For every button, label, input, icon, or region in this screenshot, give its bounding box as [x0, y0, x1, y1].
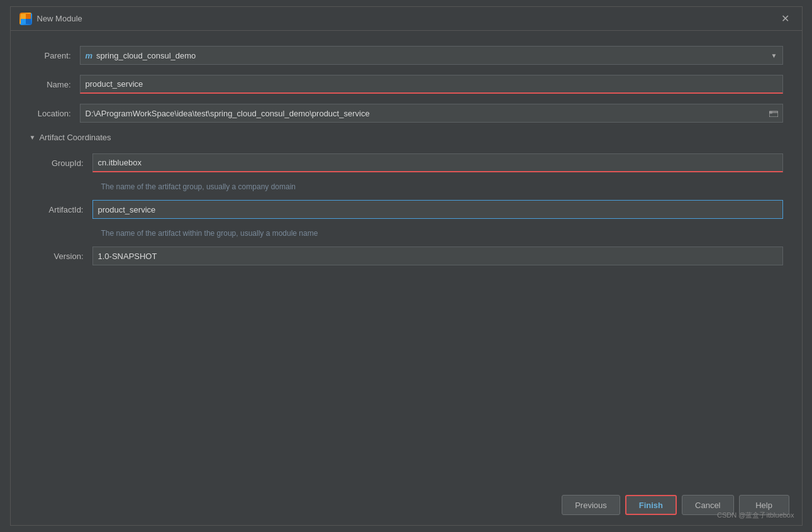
parent-dropdown[interactable]: m spring_cloud_consul_demo ▼ — [80, 46, 783, 65]
new-module-dialog: New Module ✕ Parent: m spring_cloud_cons… — [10, 6, 803, 526]
dialog-footer: Previous Finish Cancel Help — [11, 487, 802, 525]
svg-rect-3 — [26, 19, 31, 24]
version-row: Version: — [42, 247, 783, 265]
group-id-label: GroupId: — [42, 158, 92, 168]
name-label: Name: — [30, 80, 80, 89]
svg-rect-1 — [26, 14, 31, 19]
parent-label: Parent: — [30, 51, 80, 60]
dropdown-arrow-icon: ▼ — [771, 52, 777, 59]
artifact-id-label: ArtifactId: — [42, 205, 92, 214]
browse-button[interactable] — [765, 104, 783, 123]
artifact-id-hint: The name of the artifact within the grou… — [101, 229, 783, 238]
artifact-id-row: ArtifactId: — [42, 200, 783, 219]
location-row: Location: — [30, 104, 783, 123]
parent-value: spring_cloud_consul_demo — [96, 51, 771, 60]
artifact-section-content: GroupId: The name of the artifact group,… — [30, 153, 783, 265]
location-label: Location: — [30, 109, 80, 118]
name-row: Name: — [30, 75, 783, 94]
version-label: Version: — [42, 252, 92, 261]
app-icon — [19, 13, 32, 25]
version-input[interactable] — [92, 247, 783, 265]
collapse-triangle-icon: ▼ — [30, 134, 36, 141]
close-button[interactable]: ✕ — [778, 11, 793, 26]
title-bar: New Module ✕ — [11, 7, 802, 31]
dialog-content: Parent: m spring_cloud_consul_demo ▼ Nam… — [11, 31, 802, 487]
parent-row: Parent: m spring_cloud_consul_demo ▼ — [30, 46, 783, 65]
finish-button[interactable]: Finish — [625, 495, 677, 515]
location-field-group — [80, 104, 783, 123]
parent-icon: m — [86, 51, 93, 60]
artifact-section-header[interactable]: ▼ Artifact Coordinates — [30, 133, 783, 142]
svg-rect-0 — [21, 14, 26, 19]
svg-rect-2 — [21, 19, 26, 24]
watermark: CSDN @蓝盒子itbluebox — [717, 511, 794, 520]
dialog-title: New Module — [37, 14, 82, 23]
title-bar-left: New Module — [19, 13, 82, 25]
section-title: Artifact Coordinates — [39, 133, 111, 142]
group-id-hint: The name of the artifact group, usually … — [101, 182, 783, 191]
previous-button[interactable]: Previous — [562, 495, 620, 515]
artifact-id-input[interactable] — [92, 200, 783, 219]
location-input[interactable] — [80, 104, 765, 123]
name-input[interactable] — [80, 75, 783, 94]
group-id-row: GroupId: — [42, 153, 783, 172]
group-id-input[interactable] — [92, 153, 783, 172]
